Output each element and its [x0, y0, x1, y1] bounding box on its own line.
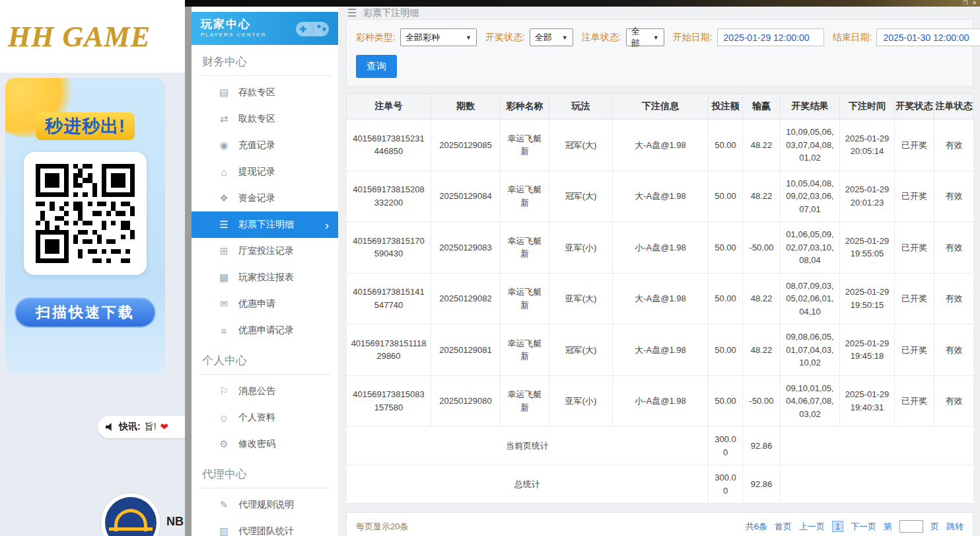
cell-bet-amount: 50.00	[709, 222, 743, 274]
sidebar-item-messages[interactable]: ⚐消息公告	[192, 378, 338, 404]
lottery-type-select[interactable]: 全部彩种 ▼	[400, 28, 477, 46]
sidebar-item-lottery-bet-details[interactable]: ☰彩票下注明细›	[192, 211, 338, 238]
promo-headline: 秒进秒出!	[5, 112, 165, 140]
cell-order-status: 有效	[934, 222, 974, 274]
speaker-icon	[106, 423, 115, 432]
cell-draw-result: 01,06,05,09,02,07,03,10,08,04	[781, 222, 840, 274]
chart-icon: ▥	[218, 525, 230, 536]
cell-bet-time: 2025-01-29 19:50:15	[840, 273, 895, 325]
cell-bet-time: 2025-01-29 20:05:14	[840, 120, 895, 171]
cell-lottery-name: 幸运飞艇新	[501, 375, 549, 427]
next-page-link[interactable]: 下一页	[851, 521, 876, 533]
site-header: HH GAME	[0, 0, 185, 73]
draw-status-select[interactable]: 全部 ▼	[530, 28, 573, 46]
cell-issue: 20250129080	[431, 375, 501, 427]
end-date-label: 结束日期:	[833, 32, 872, 44]
chevron-down-icon: ▼	[562, 34, 568, 41]
sidebar-item-recharge-records[interactable]: ◉充值记录	[192, 132, 338, 159]
table-row: 40156917381508315758020250129080幸运飞艇新亚军(…	[347, 375, 974, 427]
cell-order-status: 有效	[934, 273, 974, 325]
table-row: 40156917381523144685020250129085幸运飞艇新冠军(…	[347, 120, 974, 171]
cell-bet-amount: 50.00	[709, 120, 743, 171]
col-header-draw-status: 开奖状态	[895, 94, 934, 120]
jump-button[interactable]: 跳转	[946, 521, 963, 533]
sidebar-item-promo-apply-records[interactable]: ≡优惠申请记录	[192, 317, 338, 344]
summary-label: 总统计	[347, 465, 709, 504]
cell-draw-result: 08,07,09,03,05,02,06,01,04,10	[781, 273, 840, 325]
sidebar-item-label: 存款专区	[238, 87, 275, 98]
sidebar-item-agent-team-stats[interactable]: ▥代理团队统计	[192, 518, 338, 536]
sidebar-item-withdraw-records[interactable]: ⌂提现记录	[192, 159, 338, 185]
sidebar-item-hall-bet-records[interactable]: ⊞厅室投注记录	[192, 238, 338, 264]
sidebar-item-change-password[interactable]: ⚙修改密码	[192, 431, 338, 457]
bank-icon: ⌂	[218, 167, 230, 178]
scan-download-button[interactable]: 扫描快速下载	[15, 297, 156, 328]
cell-lottery-name: 幸运飞艇新	[501, 222, 549, 274]
cell-lottery-name: 幸运飞艇新	[501, 325, 549, 376]
total-count-text: 共6条	[746, 521, 767, 533]
cell-draw-status: 已开奖	[895, 222, 934, 274]
sidebar-header: 玩家中心 PLAYERS CENTER	[192, 12, 338, 45]
col-header-win-loss: 输赢	[743, 94, 781, 120]
site-logo: HH GAME	[8, 20, 151, 54]
cell-lottery-name: 幸运飞艇新	[501, 171, 549, 222]
summary-bet-total: 300.00	[709, 465, 743, 504]
sidebar-item-promo-apply[interactable]: ✉优惠申请	[192, 291, 338, 317]
col-header-lottery-name: 彩种名称	[501, 94, 549, 120]
col-header-order-status: 注单状态	[934, 94, 974, 120]
summary-empty-cell	[781, 465, 974, 504]
cell-play-type: 亚军(大)	[549, 273, 613, 325]
cell-play-type: 冠军(大)	[549, 171, 613, 222]
cell-bet-amount: 50.00	[709, 375, 743, 427]
sidebar-item-label: 取款专区	[238, 113, 275, 125]
hamburger-icon[interactable]: ☰	[347, 7, 357, 19]
sidebar-nav: 财务中心▤存款专区⇄取款专区◉充值记录⌂提现记录❖资金记录☰彩票下注明细›⊞厅室…	[192, 45, 338, 536]
cell-order-status: 有效	[934, 171, 974, 222]
close-icon[interactable]: ✕	[972, 0, 977, 7]
sidebar-item-agent-rules[interactable]: ✎代理规则说明	[192, 492, 338, 518]
document-icon: ✎	[218, 499, 230, 511]
sidebar-item-deposit[interactable]: ▤存款专区	[192, 79, 338, 106]
sidebar-item-funds-records[interactable]: ❖资金记录	[192, 185, 338, 211]
first-page-link[interactable]: 首页	[775, 521, 792, 533]
bet-status-select[interactable]: 全部 ▼	[626, 28, 664, 46]
bets-table: 注单号期数彩种名称玩法下注信息投注额输赢开奖结果下注时间开奖状态注单状态 401…	[346, 93, 974, 504]
cell-order-no: 401569173815083157580	[347, 375, 431, 427]
start-date-input[interactable]	[717, 28, 824, 46]
cell-draw-status: 已开奖	[895, 171, 934, 222]
summary-win-total: 92.86	[743, 465, 781, 504]
list-check-icon: ⊞	[218, 245, 230, 257]
bets-table-wrap: 注单号期数彩种名称玩法下注信息投注额输赢开奖结果下注时间开奖状态注单状态 401…	[346, 93, 973, 504]
heart-icon: ❤	[160, 421, 169, 433]
cell-play-type: 亚军(小)	[549, 375, 613, 427]
table-row: 40156917381511182986020250129081幸运飞艇新冠军(…	[347, 325, 974, 376]
sidebar-item-label: 玩家投注报表	[238, 272, 294, 284]
current-page-button[interactable]: 1	[832, 521, 843, 532]
gear-icon: ⚙	[218, 438, 230, 450]
cell-order-no: 401569173815208332200	[347, 171, 431, 222]
summary-row: 总统计300.0092.86	[347, 465, 974, 504]
summary-label: 当前页统计	[347, 427, 709, 465]
page-size-text: 每页显示20条	[356, 521, 408, 533]
query-button[interactable]: 查询	[356, 55, 397, 78]
cell-bet-amount: 50.00	[709, 171, 743, 222]
bell-icon: ⚐	[218, 385, 230, 397]
sidebar-item-label: 优惠申请记录	[238, 325, 294, 336]
section-title: 财务中心	[199, 45, 330, 76]
sidebar-item-profile[interactable]: ☺个人资料	[192, 404, 338, 431]
end-date-input[interactable]	[876, 28, 980, 46]
cell-win-loss: -50.00	[743, 222, 781, 274]
team-logo-icon	[100, 492, 161, 536]
cell-play-type: 冠军(大)	[549, 120, 613, 171]
sidebar-item-player-bet-report[interactable]: ▦玩家投注报表	[192, 264, 338, 291]
prev-page-link[interactable]: 上一页	[799, 521, 825, 533]
person-icon: ☺	[218, 412, 230, 424]
jump-suffix-label: 页	[930, 521, 939, 533]
restore-icon[interactable]: ❐	[963, 0, 967, 7]
jump-prefix-label: 第	[884, 521, 892, 533]
sidebar-item-withdraw[interactable]: ⇄取款专区	[192, 106, 338, 132]
filter-bar: 彩种类型: 全部彩种 ▼ 开奖状态: 全部 ▼ 注单状态: 全部 ▼	[346, 19, 973, 87]
col-header-order-no: 注单号	[347, 94, 431, 120]
jump-page-input[interactable]	[899, 520, 923, 533]
cell-bet-time: 2025-01-29 20:01:23	[840, 171, 895, 222]
